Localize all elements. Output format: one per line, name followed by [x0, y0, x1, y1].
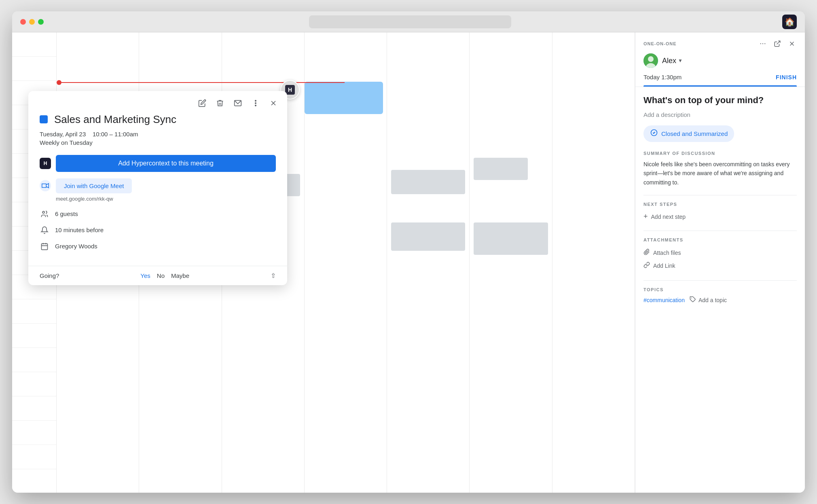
- svg-point-5: [255, 105, 256, 106]
- delete-icon: [216, 99, 224, 107]
- join-meet-button[interactable]: Join with Google Meet: [56, 178, 132, 193]
- add-topic-button[interactable]: Add a topic: [690, 296, 727, 304]
- calendar-event-gray[interactable]: [474, 222, 548, 255]
- going-no-button[interactable]: No: [157, 272, 165, 279]
- time-dot: [57, 80, 61, 85]
- attach-paperclip-icon: [643, 249, 650, 255]
- calendar-event-gray[interactable]: [391, 170, 465, 194]
- checkmark-icon: [650, 129, 658, 137]
- going-maybe-button[interactable]: Maybe: [171, 272, 189, 279]
- time-line: [61, 82, 345, 83]
- titlebar-search: [44, 15, 777, 28]
- main-content: H: [12, 32, 805, 493]
- event-popup: Sales and Marketing Sync Tuesday, April …: [28, 91, 287, 285]
- event-date: Tuesday, April 23 10:00 – 11:00am: [40, 131, 276, 138]
- divider-1: [643, 195, 797, 195]
- calendar-area: H: [12, 32, 635, 493]
- next-steps-section: NEXT STEPS + Add next step: [643, 202, 797, 222]
- calendar-icon: [40, 242, 49, 250]
- topic-communication[interactable]: #communication: [643, 297, 685, 303]
- panel-title: ONE-ON-ONE: [643, 41, 677, 46]
- divider-2: [643, 231, 797, 231]
- summary-label: SUMMARY OF DISCUSSION: [643, 151, 797, 156]
- calendar-event-gray[interactable]: [391, 222, 465, 251]
- add-description-button[interactable]: Add a description: [643, 111, 797, 118]
- delete-button[interactable]: [214, 97, 226, 109]
- close-button[interactable]: [20, 19, 26, 25]
- svg-point-10: [42, 211, 44, 213]
- close-panel-icon: [788, 40, 796, 47]
- external-link-icon: [774, 40, 781, 47]
- hypercontext-logo-small: H: [40, 158, 51, 169]
- panel-header: ONE-ON-ONE: [635, 32, 805, 87]
- topics-label: TOPICS: [643, 287, 797, 292]
- minimize-button[interactable]: [29, 19, 35, 25]
- notification-text: 10 minutes before: [55, 227, 104, 233]
- address-bar[interactable]: [309, 15, 511, 28]
- selected-calendar-event[interactable]: [305, 82, 383, 114]
- event-recurrence: Weekly on Tuesday: [40, 139, 276, 146]
- external-link-button[interactable]: [773, 39, 782, 49]
- user-dropdown-button[interactable]: Alex ▼: [662, 57, 683, 65]
- link-icon: [643, 262, 650, 270]
- svg-line-18: [777, 41, 780, 44]
- avatar-image: [643, 53, 658, 68]
- svg-marker-9: [42, 184, 47, 188]
- app-icon: 🏠: [782, 15, 797, 29]
- add-topic-label: Add a topic: [698, 297, 727, 303]
- more-options-button[interactable]: [250, 97, 261, 109]
- add-hypercontext-button[interactable]: Add Hypercontext to this meeting: [56, 155, 276, 172]
- close-popup-button[interactable]: [268, 97, 279, 109]
- going-yes-button[interactable]: Yes: [140, 272, 150, 279]
- panel-body: What's on top of your mind? Add a descri…: [635, 87, 805, 493]
- svg-point-16: [762, 43, 763, 44]
- popup-body: Sales and Marketing Sync Tuesday, April …: [28, 113, 287, 266]
- closed-summarized-badge: Closed and Summarized: [643, 125, 734, 142]
- mac-window: 🏠: [12, 11, 805, 493]
- meet-link: meet.google.com/rkk-qw: [56, 196, 276, 202]
- svg-text:H: H: [288, 87, 292, 93]
- svg-point-3: [255, 100, 256, 102]
- add-link-label: Add Link: [653, 263, 675, 269]
- more-options-icon: [252, 99, 260, 107]
- user-avatar: [643, 53, 658, 68]
- plus-icon: +: [643, 212, 648, 221]
- edit-button[interactable]: [197, 97, 208, 109]
- svg-rect-11: [42, 244, 48, 250]
- hypercontext-logo-icon: H: [285, 85, 295, 95]
- col-7: [552, 32, 635, 493]
- maximize-button[interactable]: [38, 19, 44, 25]
- google-meet-icon: [40, 180, 51, 191]
- notification-row: 10 minutes before: [40, 225, 276, 235]
- svg-point-17: [764, 43, 765, 44]
- paperclip-icon: [643, 249, 650, 257]
- popup-toolbar: [28, 91, 287, 113]
- next-steps-label: NEXT STEPS: [643, 202, 797, 207]
- svg-point-15: [760, 43, 761, 44]
- calendar-event-gray[interactable]: [474, 158, 527, 180]
- notification-icon: [40, 225, 49, 235]
- titlebar-right: 🏠: [777, 15, 797, 29]
- event-color-indicator: [40, 115, 48, 123]
- going-options: Yes No Maybe: [140, 272, 189, 279]
- check-circle-icon: [650, 129, 658, 139]
- finish-button[interactable]: FINISH: [776, 74, 797, 80]
- panel-time-row: Today 1:30pm FINISH: [643, 74, 797, 85]
- add-link-button[interactable]: Add Link: [643, 259, 797, 272]
- email-button[interactable]: [232, 97, 243, 109]
- topics-row: #communication Add a topic: [643, 296, 797, 304]
- svg-point-4: [255, 103, 256, 104]
- traffic-lights: [20, 19, 44, 25]
- add-hypercontext-row: H Add Hypercontext to this meeting: [40, 155, 276, 172]
- add-next-step-button[interactable]: + Add next step: [643, 211, 797, 222]
- more-menu-button[interactable]: [758, 39, 768, 49]
- collapse-button[interactable]: ⇧: [271, 272, 276, 280]
- close-panel-button[interactable]: [787, 39, 797, 49]
- people-icon: [40, 210, 49, 218]
- svg-text:H: H: [44, 161, 47, 166]
- going-label: Going?: [40, 272, 59, 279]
- attach-files-button[interactable]: Attach files: [643, 246, 797, 259]
- summary-section: SUMMARY OF DISCUSSION Nicole feels like …: [643, 151, 797, 187]
- col-6: [470, 32, 552, 493]
- panel-user-row: Alex ▼: [643, 53, 797, 68]
